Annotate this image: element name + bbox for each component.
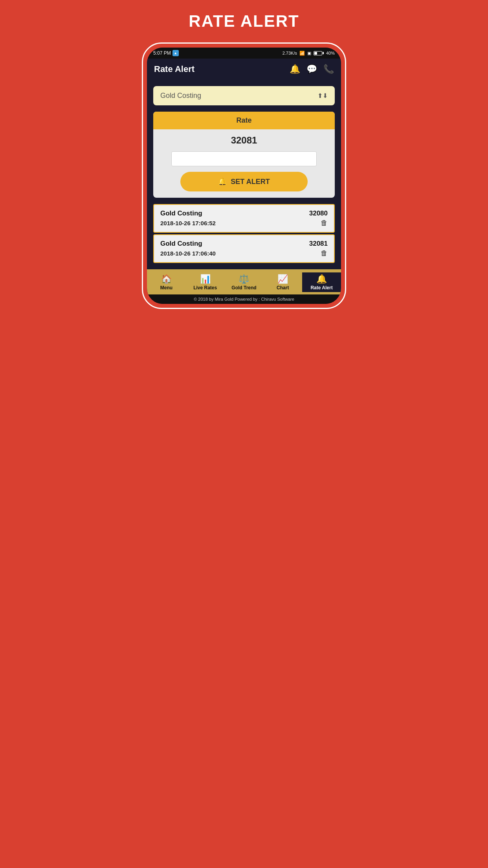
alert-item-value-1: 32080 [309, 210, 328, 217]
dropdown-selected: Gold Costing [160, 92, 201, 100]
nav-label-live-rates: Live Rates [193, 285, 217, 291]
menu-icon: 🏠 [161, 274, 172, 284]
status-left: 5:07 PM ▲ [153, 50, 179, 56]
footer-text: © 2018 by Mira Gold Powered by : Chiravu… [194, 297, 294, 302]
status-bar: 5:07 PM ▲ 2.73K/s 📶 ▣ 40% [147, 48, 341, 59]
app-header: Rate Alert 🔔 💬 📞 [147, 59, 341, 80]
nav-label-gold-trend: Gold Trend [231, 285, 256, 291]
status-time: 5:07 PM [153, 50, 171, 56]
phone-frame: 5:07 PM ▲ 2.73K/s 📶 ▣ 40% Rate Alert [142, 42, 346, 309]
dropdown-arrows-icon: ⬆⬇ [317, 92, 328, 99]
nav-label-rate-alert: Rate Alert [310, 285, 332, 291]
alert-item-name-1: Gold Costing [160, 210, 202, 217]
nav-item-chart[interactable]: 📈 Chart [263, 272, 302, 292]
bottom-nav: 🏠 Menu 📊 Live Rates ⚖️ Gold Trend 📈 Char… [147, 269, 341, 294]
battery-percent: 40% [326, 51, 335, 55]
content-area: Gold Costing ⬆⬇ Rate 32081 🔔 SET ALERT G… [147, 80, 341, 269]
battery-indicator [314, 51, 324, 55]
phone-screen: 5:07 PM ▲ 2.73K/s 📶 ▣ 40% Rate Alert [147, 48, 341, 304]
upload-icon: ▲ [172, 50, 179, 56]
delete-icon-1[interactable]: 🗑 [321, 219, 328, 227]
set-alert-button[interactable]: 🔔 SET ALERT [180, 172, 307, 191]
set-alert-label: SET ALERT [231, 178, 270, 186]
nav-label-menu: Menu [160, 285, 172, 291]
nav-item-gold-trend[interactable]: ⚖️ Gold Trend [225, 272, 264, 292]
alert-item: Gold Costing 32080 2018-10-26 17:06:52 🗑 [153, 204, 335, 233]
alert-item-date-1: 2018-10-26 17:06:52 [160, 220, 216, 226]
network-speed: 2.73K/s [283, 51, 297, 55]
signal-icon: ▣ [307, 51, 311, 56]
footer: © 2018 by Mira Gold Powered by : Chiravu… [147, 294, 341, 304]
notification-icon[interactable]: 🔔 [290, 64, 300, 74]
alert-item-bottom-1: 2018-10-26 17:06:52 🗑 [160, 219, 328, 227]
wifi-icon: 📶 [299, 51, 305, 56]
rate-input[interactable] [171, 151, 317, 166]
header-icons: 🔔 💬 📞 [290, 64, 334, 74]
rate-alert-icon: 🔔 [316, 274, 327, 284]
live-rates-icon: 📊 [200, 274, 211, 284]
alert-item-top-1: Gold Costing 32080 [160, 210, 328, 217]
nav-item-rate-alert[interactable]: 🔔 Rate Alert [302, 272, 341, 292]
gold-trend-icon: ⚖️ [238, 274, 249, 284]
bell-icon: 🔔 [218, 177, 227, 186]
rate-card: Rate 32081 🔔 SET ALERT [153, 112, 335, 198]
rate-card-header: Rate [153, 112, 335, 129]
rate-value: 32081 [153, 129, 335, 151]
alert-item-top-2: Gold Costing 32081 [160, 240, 328, 248]
alert-item-date-2: 2018-10-26 17:06:40 [160, 250, 216, 257]
alert-item-value-2: 32081 [309, 240, 328, 248]
status-right: 2.73K/s 📶 ▣ 40% [283, 51, 335, 56]
nav-item-menu[interactable]: 🏠 Menu [147, 272, 186, 292]
whatsapp-icon[interactable]: 💬 [306, 64, 317, 74]
delete-icon-2[interactable]: 🗑 [321, 249, 328, 257]
alert-item-2: Gold Costing 32081 2018-10-26 17:06:40 🗑 [153, 234, 335, 263]
nav-label-chart: Chart [277, 285, 289, 291]
nav-item-live-rates[interactable]: 📊 Live Rates [186, 272, 225, 292]
phone-icon[interactable]: 📞 [323, 64, 334, 74]
page-title: RATE ALERT [189, 12, 299, 31]
alert-list: Gold Costing 32080 2018-10-26 17:06:52 🗑… [153, 204, 335, 263]
category-dropdown[interactable]: Gold Costing ⬆⬇ [153, 86, 335, 105]
app-header-title: Rate Alert [154, 64, 194, 74]
alert-item-name-2: Gold Costing [160, 240, 202, 248]
alert-item-bottom-2: 2018-10-26 17:06:40 🗑 [160, 249, 328, 257]
chart-icon: 📈 [277, 274, 288, 284]
